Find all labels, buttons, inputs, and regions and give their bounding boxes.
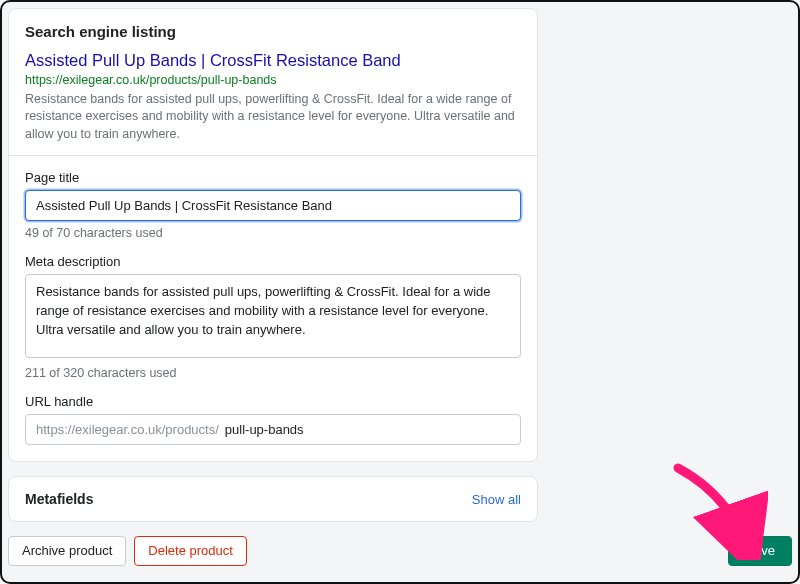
meta-description-input[interactable]	[25, 274, 521, 358]
save-button[interactable]: Save	[728, 536, 792, 566]
seo-card: Search engine listing Assisted Pull Up B…	[8, 8, 538, 462]
meta-description-field: Meta description 211 of 320 characters u…	[25, 254, 521, 380]
archive-product-button[interactable]: Archive product	[8, 536, 126, 566]
meta-description-helper: 211 of 320 characters used	[25, 366, 521, 380]
metafields-show-all-link[interactable]: Show all	[472, 492, 521, 507]
seo-preview-description: Resistance bands for assisted pull ups, …	[25, 91, 521, 144]
seo-section-title: Search engine listing	[25, 23, 521, 40]
page-title-label: Page title	[25, 170, 521, 185]
url-handle-field: URL handle https://exilegear.co.uk/produ…	[25, 394, 521, 445]
seo-preview-url: https://exilegear.co.uk/products/pull-up…	[25, 73, 521, 87]
page-title-input[interactable]	[25, 190, 521, 221]
page-title-field: Page title 49 of 70 characters used	[25, 170, 521, 240]
seo-preview: Assisted Pull Up Bands | CrossFit Resist…	[25, 50, 521, 143]
meta-description-label: Meta description	[25, 254, 521, 269]
seo-preview-title: Assisted Pull Up Bands | CrossFit Resist…	[25, 50, 521, 71]
footer-row: Archive product Delete product Save	[8, 536, 792, 566]
page-title-helper: 49 of 70 characters used	[25, 226, 521, 240]
url-handle-prefix: https://exilegear.co.uk/products/	[26, 415, 223, 444]
url-handle-input-wrap[interactable]: https://exilegear.co.uk/products/	[25, 414, 521, 445]
url-handle-input[interactable]	[223, 415, 520, 444]
url-handle-label: URL handle	[25, 394, 521, 409]
metafields-title: Metafields	[25, 491, 93, 507]
metafields-card: Metafields Show all	[8, 476, 538, 522]
delete-product-button[interactable]: Delete product	[134, 536, 247, 566]
